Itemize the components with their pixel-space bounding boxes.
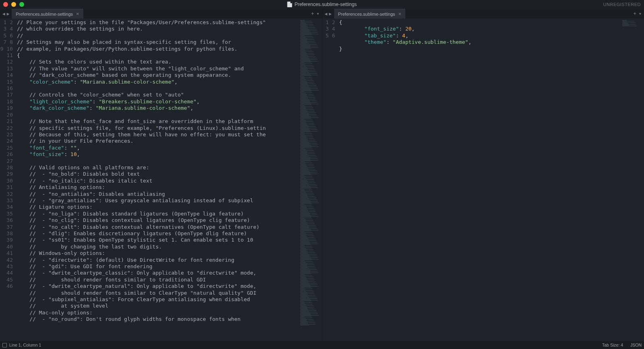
- new-tab-icon[interactable]: +: [634, 11, 636, 16]
- left-gutter: 1 2 3 4 5 6 7 8 9 10 11 12 13 14 15 16 1…: [0, 18, 17, 341]
- left-tab-row: ◀ ▶ Preferences.sublime-settings × + ▾: [0, 9, 322, 18]
- right-editor[interactable]: 1 2 3 4 5 6 { "font_size": 20, "tab_size…: [322, 18, 644, 341]
- left-minimap[interactable]: [299, 18, 322, 341]
- zoom-window-icon[interactable]: [19, 2, 24, 7]
- left-code-area[interactable]: // Place your settings in the file "Pack…: [17, 18, 299, 341]
- right-tab-row: ◀ ▶ Preferences.sublime-settings × + ▾: [322, 9, 644, 18]
- right-tab-label: Preferences.sublime-settings: [338, 12, 395, 16]
- title-bar: Preferences.sublime-settings UNREGISTERE…: [0, 0, 644, 9]
- tab-nav-arrows: ◀ ▶: [322, 9, 334, 18]
- status-bar: Line 1, Column 1 Tab Size: 4 JSON: [0, 341, 644, 349]
- right-tab[interactable]: Preferences.sublime-settings ×: [334, 9, 405, 18]
- right-code-area[interactable]: { "font_size": 20, "tab_size": 4, "theme…: [339, 18, 622, 341]
- window-controls: [3, 2, 24, 7]
- tab-menu-icon[interactable]: ▾: [316, 11, 319, 16]
- nav-fwd-icon[interactable]: ▶: [6, 11, 10, 16]
- document-icon: [287, 2, 292, 7]
- tab-menu-icon[interactable]: ▾: [639, 11, 642, 16]
- window-title-text: Preferences.sublime-settings: [295, 2, 357, 7]
- right-gutter: 1 2 3 4 5 6: [322, 18, 339, 341]
- left-tab[interactable]: Preferences.sublime-settings ×: [12, 9, 83, 18]
- tab-actions: + ▾: [631, 9, 644, 18]
- close-window-icon[interactable]: [3, 2, 8, 7]
- nav-fwd-icon[interactable]: ▶: [328, 11, 332, 16]
- nav-back-icon[interactable]: ◀: [2, 11, 6, 16]
- right-pane: ◀ ▶ Preferences.sublime-settings × + ▾ 1…: [322, 9, 644, 341]
- panel-switcher-icon[interactable]: [2, 343, 7, 347]
- close-tab-icon[interactable]: ×: [398, 11, 402, 17]
- new-tab-icon[interactable]: +: [311, 11, 314, 16]
- tab-actions: + ▾: [309, 9, 322, 18]
- tab-nav-arrows: ◀ ▶: [0, 9, 12, 18]
- cursor-position[interactable]: Line 1, Column 1: [9, 343, 41, 347]
- syntax-mode[interactable]: JSON: [630, 343, 642, 347]
- close-tab-icon[interactable]: ×: [76, 11, 79, 17]
- left-tab-label: Preferences.sublime-settings: [16, 12, 73, 16]
- minimize-window-icon[interactable]: [11, 2, 16, 7]
- tab-size[interactable]: Tab Size: 4: [602, 343, 623, 347]
- nav-back-icon[interactable]: ◀: [324, 11, 328, 16]
- unregistered-label: UNREGISTERED: [603, 2, 641, 7]
- window-title: Preferences.sublime-settings: [287, 2, 357, 7]
- left-editor[interactable]: 1 2 3 4 5 6 7 8 9 10 11 12 13 14 15 16 1…: [0, 18, 322, 341]
- editor-panes: ◀ ▶ Preferences.sublime-settings × + ▾ 1…: [0, 9, 644, 341]
- left-pane: ◀ ▶ Preferences.sublime-settings × + ▾ 1…: [0, 9, 322, 341]
- right-minimap[interactable]: [621, 18, 644, 341]
